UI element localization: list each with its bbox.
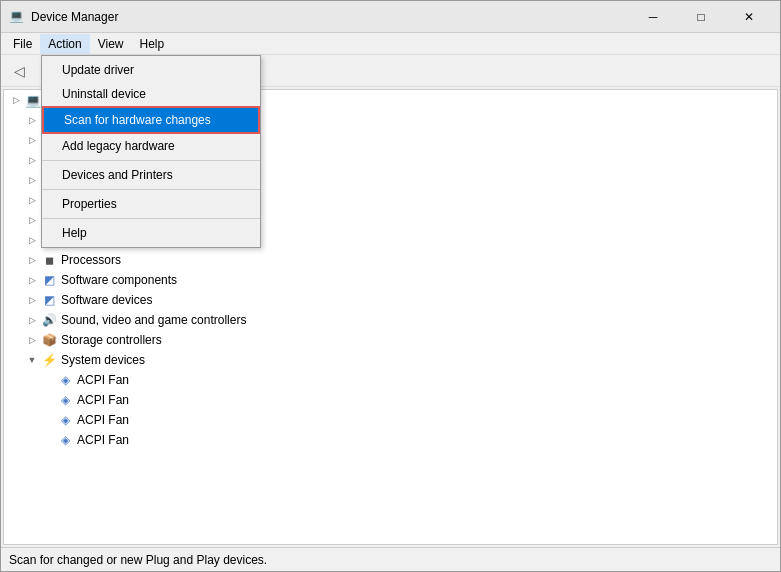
icon-processors: [40, 252, 58, 268]
icon-system: [40, 352, 58, 368]
icon-sw-devices: [40, 292, 58, 308]
tree-item-acpi-fan-3[interactable]: ACPI Fan: [4, 410, 777, 430]
label-system: System devices: [61, 353, 145, 367]
expand-print[interactable]: ▷: [24, 232, 40, 248]
label-storage: Storage controllers: [61, 333, 162, 347]
icon-sound: [40, 312, 58, 328]
separator-3: [42, 218, 260, 219]
label-sw-devices: Software devices: [61, 293, 152, 307]
tree-item-acpi-fan-1[interactable]: ACPI Fan: [4, 370, 777, 390]
title-bar: 💻 Device Manager ─ □ ✕: [1, 1, 780, 33]
tree-item-sw-devices[interactable]: ▷ Software devices: [4, 290, 777, 310]
status-text: Scan for changed or new Plug and Play de…: [9, 553, 267, 567]
menu-scan-hardware[interactable]: Scan for hardware changes: [42, 106, 260, 134]
menu-file[interactable]: File: [5, 34, 40, 54]
separator-1: [42, 160, 260, 161]
menu-view[interactable]: View: [90, 34, 132, 54]
menu-properties[interactable]: Properties: [42, 192, 260, 216]
minimize-button[interactable]: ─: [630, 4, 676, 30]
expand-ports[interactable]: ▷: [24, 212, 40, 228]
icon-fan-4: [56, 432, 74, 448]
icon-fan-3: [56, 412, 74, 428]
menu-uninstall-device[interactable]: Uninstall device: [42, 82, 260, 106]
tree-item-sw-components[interactable]: ▷ Software components: [4, 270, 777, 290]
main-window: 💻 Device Manager ─ □ ✕ File Action View …: [0, 0, 781, 572]
expand-acpi-1: [40, 372, 56, 388]
tree-item-acpi-fan-4[interactable]: ACPI Fan: [4, 430, 777, 450]
maximize-button[interactable]: □: [678, 4, 724, 30]
menu-bar: File Action View Help Update driver Unin…: [1, 33, 780, 55]
window-icon: 💻: [9, 9, 25, 25]
expand-sw-devices[interactable]: ▷: [24, 292, 40, 308]
expand-system[interactable]: ▼: [24, 352, 40, 368]
expand-network[interactable]: ▷: [24, 192, 40, 208]
label-acpi-2: ACPI Fan: [77, 393, 129, 407]
expand-acpi-4: [40, 432, 56, 448]
menu-action[interactable]: Action: [40, 34, 89, 54]
expand-keyboards[interactable]: ▷: [24, 132, 40, 148]
menu-help[interactable]: Help: [132, 34, 173, 54]
label-processors: Processors: [61, 253, 121, 267]
separator-2: [42, 189, 260, 190]
tree-item-processors[interactable]: ▷ Processors: [4, 250, 777, 270]
tree-item-storage[interactable]: ▷ Storage controllers: [4, 330, 777, 350]
icon-computer: [24, 92, 42, 108]
tree-item-acpi-fan-2[interactable]: ACPI Fan: [4, 390, 777, 410]
label-acpi-1: ACPI Fan: [77, 373, 129, 387]
expand-storage[interactable]: ▷: [24, 332, 40, 348]
expand-root[interactable]: ▷: [8, 92, 24, 108]
status-bar: Scan for changed or new Plug and Play de…: [1, 547, 780, 571]
expand-mice[interactable]: ▷: [24, 152, 40, 168]
title-bar-buttons: ─ □ ✕: [630, 4, 772, 30]
toolbar-back[interactable]: ◁: [5, 58, 33, 84]
icon-sw-components: [40, 272, 58, 288]
tree-item-system[interactable]: ▼ System devices: [4, 350, 777, 370]
icon-fan-2: [56, 392, 74, 408]
tree-item-sound[interactable]: ▷ Sound, video and game controllers: [4, 310, 777, 330]
expand-sw-components[interactable]: ▷: [24, 272, 40, 288]
expand-processors[interactable]: ▷: [24, 252, 40, 268]
label-acpi-3: ACPI Fan: [77, 413, 129, 427]
expand-acpi-3: [40, 412, 56, 428]
menu-add-legacy[interactable]: Add legacy hardware: [42, 134, 260, 158]
expand-acpi-2: [40, 392, 56, 408]
label-sound: Sound, video and game controllers: [61, 313, 246, 327]
menu-update-driver[interactable]: Update driver: [42, 58, 260, 82]
expand-sound[interactable]: ▷: [24, 312, 40, 328]
label-sw-components: Software components: [61, 273, 177, 287]
expand-monitors[interactable]: ▷: [24, 172, 40, 188]
action-dropdown: Update driver Uninstall device Scan for …: [41, 55, 261, 248]
expand-ide[interactable]: ▷: [24, 112, 40, 128]
close-button[interactable]: ✕: [726, 4, 772, 30]
menu-devices-printers[interactable]: Devices and Printers: [42, 163, 260, 187]
window-title: Device Manager: [31, 10, 630, 24]
label-acpi-4: ACPI Fan: [77, 433, 129, 447]
icon-storage: [40, 332, 58, 348]
icon-fan-1: [56, 372, 74, 388]
menu-help-item[interactable]: Help: [42, 221, 260, 245]
